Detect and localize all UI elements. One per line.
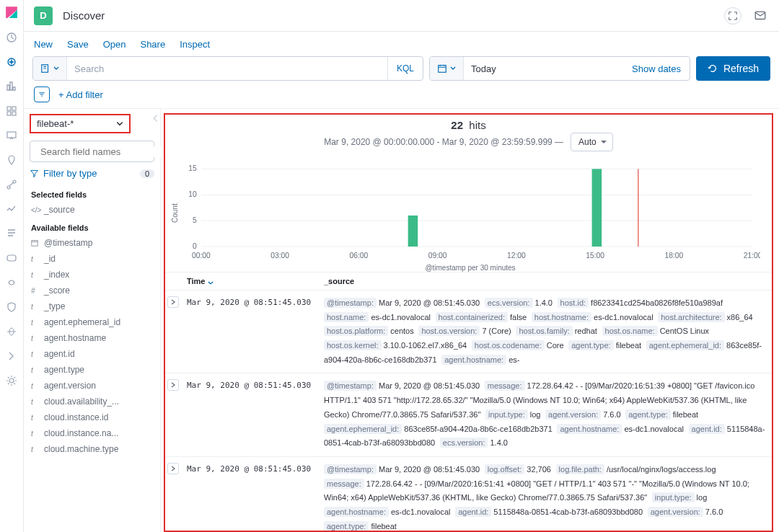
show-dates-link[interactable]: Show dates — [623, 57, 690, 80]
logs-icon[interactable] — [6, 228, 17, 239]
page-title: Discover — [63, 9, 105, 22]
apm-icon[interactable] — [6, 252, 17, 264]
index-pattern-label: filebeat-* — [37, 118, 74, 129]
svg-text:09:00: 09:00 — [428, 252, 447, 260]
cell-time: Mar 9, 2020 @ 08:51:45.030 — [181, 291, 318, 373]
search-input[interactable] — [67, 57, 387, 80]
collapse-sidebar-icon[interactable] — [151, 113, 161, 123]
index-pattern-selector[interactable]: filebeat-* — [30, 114, 131, 133]
svg-rect-34 — [638, 169, 638, 247]
col-source[interactable]: _source — [318, 272, 772, 291]
filter-count-badge: 0 — [140, 169, 154, 178]
selected-fields-header: Selected fields — [24, 185, 160, 202]
svg-text:12:00: 12:00 — [507, 252, 526, 260]
link-share[interactable]: Share — [140, 39, 165, 50]
expand-row-button[interactable] — [167, 463, 179, 474]
canvas-icon[interactable] — [6, 130, 17, 141]
refresh-label: Refresh — [723, 63, 759, 74]
svg-rect-5 — [12, 112, 16, 115]
field-agent-type[interactable]: tagent.type — [24, 362, 160, 378]
dashboard-icon[interactable] — [6, 105, 17, 117]
siem-icon[interactable] — [6, 301, 17, 313]
svg-text:15: 15 — [188, 164, 197, 172]
cell-source: @timestamp:Mar 9, 2020 @ 08:51:45.030 lo… — [318, 456, 772, 531]
col-time[interactable]: Time — [181, 272, 318, 291]
monitor-icon[interactable] — [6, 326, 17, 337]
field-agent-ephemeral-id[interactable]: tagent.ephemeral_id — [24, 314, 160, 330]
field-agent-version[interactable]: tagent.version — [24, 378, 160, 394]
add-filter-link[interactable]: + Add filter — [58, 89, 103, 100]
management-icon[interactable] — [6, 375, 17, 386]
field-search[interactable] — [30, 141, 154, 162]
svg-text:0: 0 — [193, 242, 197, 250]
discover-icon[interactable] — [6, 56, 17, 68]
field-search-input[interactable] — [40, 146, 162, 157]
field-cloud-availability-[interactable]: tcloud.availability_... — [24, 394, 160, 409]
field-agent-id[interactable]: tagent.id — [24, 346, 160, 362]
field--timestamp[interactable]: @timestamp — [24, 235, 160, 251]
time-range-label: Mar 9, 2020 @ 00:00:00.000 - Mar 9, 2020… — [165, 133, 772, 154]
metrics-icon[interactable] — [6, 203, 17, 215]
svg-text:21:00: 21:00 — [744, 252, 760, 260]
filter-by-type[interactable]: Filter by type 0 — [30, 168, 154, 179]
svg-rect-6 — [7, 132, 16, 138]
filter-options-button[interactable] — [34, 87, 50, 102]
kibana-logo-icon[interactable] — [5, 6, 18, 19]
link-save[interactable]: Save — [67, 39, 89, 50]
svg-rect-15 — [32, 241, 38, 247]
table-row: Mar 9, 2020 @ 08:51:45.030@timestamp:Mar… — [165, 456, 772, 531]
date-picker-button[interactable] — [430, 57, 464, 80]
cell-time: Mar 9, 2020 @ 08:51:45.030 — [181, 373, 318, 456]
svg-text:06:00: 06:00 — [349, 252, 368, 260]
uptime-icon[interactable] — [6, 277, 17, 288]
maps-icon[interactable] — [6, 154, 17, 166]
expand-row-button[interactable] — [167, 296, 179, 308]
svg-rect-4 — [7, 112, 11, 115]
expand-row-button[interactable] — [167, 379, 179, 391]
field-cloud-instance-na-[interactable]: tcloud.instance.na... — [24, 425, 160, 441]
kql-toggle[interactable]: KQL — [387, 57, 423, 80]
link-open[interactable]: Open — [103, 39, 126, 50]
feedback-button[interactable] — [752, 7, 769, 25]
hit-count: 22 hits — [165, 115, 772, 133]
table-row: Mar 9, 2020 @ 08:51:45.030@timestamp:Mar… — [165, 373, 772, 456]
svg-text:00:00: 00:00 — [192, 252, 211, 260]
field--type[interactable]: t_type — [24, 298, 160, 314]
svg-rect-32 — [408, 216, 418, 247]
interval-select[interactable]: Auto — [571, 133, 613, 151]
refresh-button[interactable]: Refresh — [696, 56, 770, 81]
link-inspect[interactable]: Inspect — [180, 39, 210, 50]
field-agent-hostname[interactable]: tagent.hostname — [24, 330, 160, 346]
field--id[interactable]: t_id — [24, 251, 160, 267]
svg-rect-9 — [7, 255, 16, 261]
date-range-label[interactable]: Today — [464, 57, 623, 80]
field--source[interactable]: </>_source — [24, 202, 160, 218]
filter-bar: + Add filter — [24, 87, 779, 108]
field-cloud-instance-id[interactable]: tcloud.instance.id — [24, 409, 160, 425]
fullscreen-button[interactable] — [724, 7, 741, 25]
available-fields-header: Available fields — [24, 218, 160, 235]
svg-text:10: 10 — [188, 190, 197, 198]
svg-text:18:00: 18:00 — [665, 252, 684, 260]
field--index[interactable]: t_index — [24, 267, 160, 283]
svg-point-7 — [7, 186, 10, 189]
nav-rail — [0, 0, 24, 532]
sort-icon — [208, 278, 214, 284]
field-cloud-machine-type[interactable]: tcloud.machine.type — [24, 441, 160, 457]
table-row: Mar 9, 2020 @ 08:51:45.030@timestamp:Mar… — [165, 291, 772, 373]
saved-queries-button[interactable] — [33, 57, 67, 80]
link-new[interactable]: New — [34, 39, 53, 50]
svg-rect-3 — [12, 107, 16, 110]
results-panel: 22 hits Mar 9, 2020 @ 00:00:00.000 - Mar… — [164, 113, 773, 532]
svg-text:03:00: 03:00 — [270, 252, 289, 260]
devtools-icon[interactable] — [6, 350, 17, 362]
svg-point-10 — [9, 378, 14, 383]
ml-icon[interactable] — [6, 179, 17, 190]
field-sidebar: filebeat-* Filter by type 0 Selected fie… — [24, 109, 161, 532]
recent-icon[interactable] — [6, 32, 17, 43]
visualize-icon[interactable] — [6, 81, 17, 92]
svg-rect-13 — [439, 66, 446, 73]
chart-xlabel: @timestamp per 30 minutes — [180, 262, 760, 272]
chevron-down-icon — [116, 120, 123, 128]
field--score[interactable]: #_score — [24, 283, 160, 298]
